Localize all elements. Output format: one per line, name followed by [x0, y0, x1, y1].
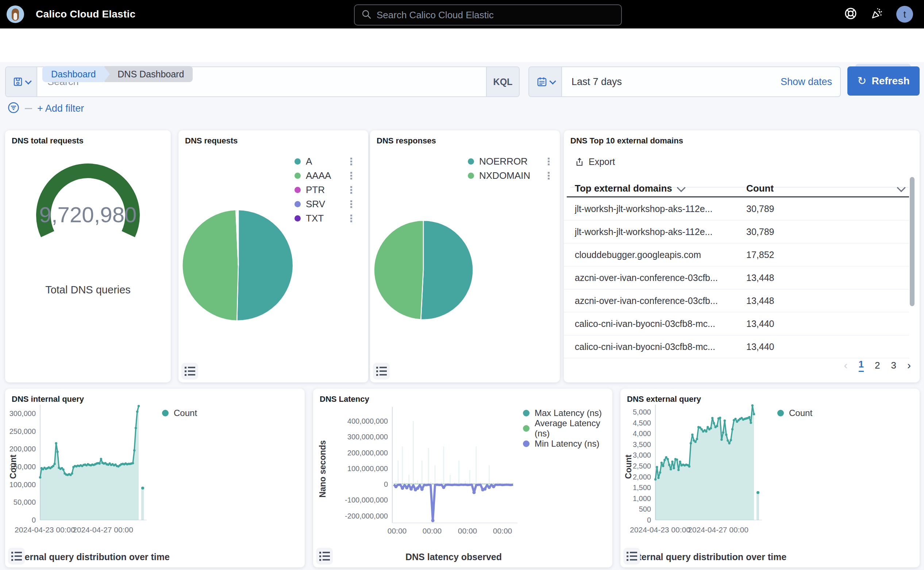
panel-title: DNS responses — [377, 136, 436, 146]
legend-item-noerror[interactable]: NOERROR — [468, 154, 550, 169]
table-scrollbar[interactable] — [910, 177, 915, 306]
svg-text:00:00: 00:00 — [423, 527, 442, 535]
global-search-input[interactable] — [376, 9, 621, 21]
cell-domain: azcni-over-ivan-conference-03cfb... — [575, 296, 736, 306]
legend-item-average-latency-ns-[interactable]: Average Latency (ns) — [523, 421, 612, 436]
kql-language-button[interactable]: KQL — [486, 67, 519, 97]
breadcrumb-dashboard[interactable]: Dashboard — [42, 66, 104, 82]
legend-item-txt[interactable]: TXT — [294, 211, 352, 225]
chevron-down-icon — [677, 183, 685, 192]
table-row: jlt-worksh-jlt-workshop-aks-112e...30,78… — [564, 221, 909, 244]
legend-options-icon[interactable] — [350, 200, 352, 208]
show-dates-button[interactable]: Show dates — [781, 76, 840, 87]
pagination-page-2[interactable]: 2 — [875, 360, 880, 371]
svg-text:00:00: 00:00 — [458, 527, 477, 535]
panel-list-button[interactable] — [8, 548, 25, 564]
svg-text:00:00: 00:00 — [388, 527, 407, 535]
column-header-count[interactable]: Count — [746, 183, 904, 194]
legend-options-icon[interactable] — [548, 158, 550, 165]
legend-options-icon[interactable] — [350, 172, 352, 179]
legend-label: Min Latency (ns) — [535, 439, 599, 449]
svg-text:300,000: 300,000 — [9, 409, 36, 417]
legend-options-icon[interactable] — [548, 172, 550, 179]
panel-list-button[interactable] — [373, 363, 390, 380]
pagination-prev[interactable]: ‹ — [844, 359, 848, 371]
svg-text:2024-04-27 00:00: 2024-04-27 00:00 — [73, 526, 133, 534]
filter-menu-icon[interactable] — [7, 101, 20, 115]
panel-list-button[interactable] — [316, 548, 333, 564]
pie-slice-A — [237, 210, 293, 321]
pagination-page-3[interactable]: 3 — [891, 360, 896, 371]
help-icon[interactable] — [844, 6, 858, 22]
pagination-page-1[interactable]: 1 — [859, 359, 864, 372]
list-icon — [627, 552, 637, 561]
filter-dash — [25, 108, 32, 109]
calendar-menu-button[interactable] — [529, 67, 562, 97]
cell-count: 17,852 — [746, 250, 774, 260]
news-party-popper-icon[interactable] — [870, 6, 884, 22]
legend-item-count[interactable]: Count — [162, 408, 197, 418]
table-header-row: Top external domains Count — [575, 181, 904, 196]
calico-logo-icon[interactable] — [6, 6, 24, 23]
gauge-chart: 9,720,980Total DNS queries — [5, 130, 171, 382]
panel-dns-internal-query: DNS internal query 050,000100,000150,000… — [5, 389, 305, 567]
panel-title: DNS Latency — [320, 394, 369, 404]
global-search[interactable] — [354, 5, 622, 26]
legend-dot — [294, 215, 301, 222]
chevron-down-icon — [897, 183, 906, 192]
legend-options-icon[interactable] — [350, 215, 352, 222]
legend-item-count[interactable]: Count — [777, 408, 812, 418]
svg-text:Nano seconds: Nano seconds — [318, 440, 327, 497]
legend-item-ptr[interactable]: PTR — [294, 183, 352, 197]
pie-legend: AAAAAPTRSRVTXT — [294, 154, 352, 225]
refresh-icon: ↻ — [857, 74, 866, 87]
legend-item-min-latency-ns-[interactable]: Min Latency (ns) — [523, 436, 612, 451]
panel-list-button[interactable] — [623, 548, 640, 564]
legend-label: SRV — [306, 199, 325, 210]
saved-query-menu-button[interactable] — [6, 67, 37, 97]
chart-legend: Count — [777, 408, 812, 418]
breadcrumb-dns-dashboard[interactable]: DNS Dashboard — [104, 66, 193, 82]
cell-count: 30,789 — [746, 204, 774, 214]
export-button[interactable]: Export — [575, 156, 615, 167]
svg-text:1,000: 1,000 — [633, 495, 651, 503]
cell-domain: clouddebugger.googleapis.com — [575, 250, 736, 260]
svg-text:100,000: 100,000 — [9, 481, 36, 489]
legend-item-a[interactable]: A — [294, 154, 352, 169]
add-filter-button[interactable]: + Add filter — [37, 103, 84, 114]
time-range-value[interactable]: Last 7 days — [562, 76, 781, 87]
legend-label: NOERROR — [479, 156, 528, 167]
panel-dns-total-requests: DNS total requests 9,720,980Total DNS qu… — [5, 130, 171, 382]
legend-dot — [294, 173, 301, 179]
panel-dns-responses: DNS responses NOERRORNXDOMAIN — [370, 130, 560, 382]
panel-dns-external-query: DNS external query 05001,0001,5002,0002,… — [621, 389, 919, 567]
save-icon — [13, 77, 23, 87]
top-bar-icons: t — [844, 0, 913, 29]
pagination-next[interactable]: › — [907, 359, 911, 371]
app-title: Calico Cloud Elastic — [36, 0, 135, 29]
table-row: clouddebugger.googleapis.com17,852 — [564, 244, 909, 267]
time-picker: Last 7 days Show dates — [529, 66, 841, 97]
user-avatar[interactable]: t — [896, 6, 913, 23]
panel-list-button[interactable] — [181, 363, 198, 380]
svg-text:-200,000,000: -200,000,000 — [345, 512, 388, 520]
legend-options-icon[interactable] — [350, 186, 352, 194]
legend-dot — [523, 410, 530, 416]
svg-text:Internal query distribution ov: Internal query distribution over time — [14, 552, 170, 562]
legend-label: Max Latency (ns) — [535, 408, 602, 418]
column-header-domains[interactable]: Top external domains — [575, 183, 683, 194]
refresh-button[interactable]: ↻ Refresh — [847, 66, 919, 96]
pie-slice-TXT — [238, 210, 238, 265]
panel-title: DNS total requests — [12, 136, 84, 146]
legend-item-aaaa[interactable]: AAAA — [294, 169, 352, 183]
legend-item-srv[interactable]: SRV — [294, 197, 352, 211]
svg-text:Count: Count — [624, 454, 633, 479]
legend-label: AAAA — [306, 170, 331, 181]
svg-text:Count: Count — [8, 454, 18, 479]
svg-text:500: 500 — [639, 505, 651, 513]
legend-options-icon[interactable] — [350, 158, 352, 165]
pie-slice-NXDOMAIN — [374, 221, 423, 320]
svg-text:200,000: 200,000 — [9, 445, 36, 453]
legend-item-nxdomain[interactable]: NXDOMAIN — [468, 169, 550, 183]
svg-text:0: 0 — [384, 480, 388, 488]
